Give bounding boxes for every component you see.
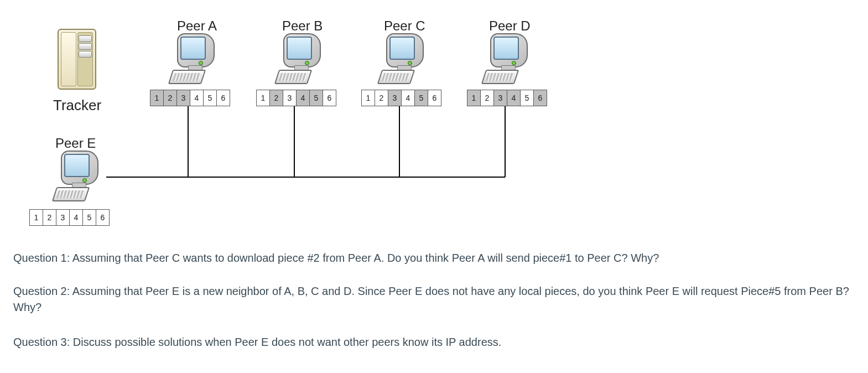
diagram-canvas: Tracker Peer A 123456 Peer B 123456 Peer… bbox=[0, 0, 868, 373]
question-2: Question 2: Assuming that Peer E is a ne… bbox=[13, 283, 855, 315]
question-1: Question 1: Assuming that Peer C wants t… bbox=[13, 250, 855, 266]
question-3: Question 3: Discuss possible solutions w… bbox=[13, 334, 855, 350]
